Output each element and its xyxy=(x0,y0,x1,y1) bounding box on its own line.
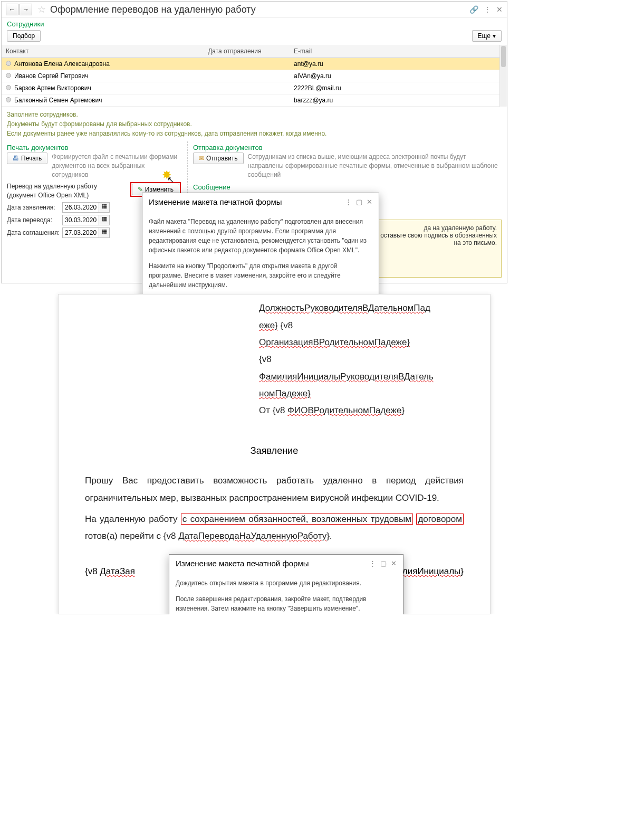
main-window: ← → ☆ Оформление переводов на удаленную … xyxy=(1,1,507,283)
send-heading: Отправка документов xyxy=(193,141,502,153)
page-title: Оформление переводов на удаленную работу xyxy=(50,4,469,15)
doc-header-block: ДолжностьРуководителяВДательномПад еже} … xyxy=(259,294,464,419)
cell-sent xyxy=(204,58,290,70)
nav-back-button[interactable]: ← xyxy=(6,4,18,15)
maximize-icon[interactable]: ▢ xyxy=(380,559,387,567)
status-dot-icon xyxy=(6,97,11,102)
employees-table: Контакт Дата отправления E-mail Антонова… xyxy=(2,45,507,107)
envelope-icon: ✉ xyxy=(199,155,204,162)
date-agree-label: Дата соглашения: xyxy=(7,229,62,236)
cell-sent xyxy=(204,70,290,82)
cell-name: Антонова Елена Александровна xyxy=(14,60,110,68)
employees-heading: Сотрудники xyxy=(2,18,507,29)
col-sent[interactable]: Дата отправления xyxy=(204,45,290,58)
employees-table-wrap: Контакт Дата отправления E-mail Антонова… xyxy=(2,45,507,107)
modal-text: Нажмите на кнопку "Продолжить" для откры… xyxy=(149,261,372,290)
doc-paragraph: Прошу Вас предоставить возможность работ… xyxy=(85,472,464,507)
cell-sent xyxy=(204,94,290,107)
favorite-star-icon[interactable]: ☆ xyxy=(37,4,46,15)
date-app-input[interactable] xyxy=(63,203,99,212)
send-hint: Сотрудникам из списка выше, имеющим адре… xyxy=(248,153,502,179)
date-app-label: Дата заявления: xyxy=(7,204,62,211)
col-contact[interactable]: Контакт xyxy=(2,45,204,58)
table-row[interactable]: Барзов Артем Викторович 2222BL@mail.ru xyxy=(2,82,507,94)
cell-name: Барзов Артем Викторович xyxy=(14,84,91,92)
edited-fragment: договором xyxy=(416,514,464,525)
hint-block: Заполните сотрудников. Документы будут с… xyxy=(2,107,507,141)
chevron-down-icon: ▾ xyxy=(493,32,496,40)
calendar-icon[interactable]: ▦ xyxy=(99,215,109,225)
cell-sent xyxy=(204,82,290,94)
modal-title: Изменение макета печатной формы xyxy=(176,559,365,568)
col-email[interactable]: E-mail xyxy=(290,45,507,58)
doc-title: Заявление xyxy=(85,445,464,457)
scrollbar[interactable] xyxy=(499,45,507,107)
date-trans-label: Дата перевода: xyxy=(7,216,62,224)
status-dot-icon xyxy=(6,85,11,90)
link-icon[interactable]: 🔗 xyxy=(469,5,478,14)
cell-email: aIVAn@ya.ru xyxy=(290,70,507,82)
send-button[interactable]: ✉Отправить xyxy=(193,153,244,164)
titlebar: ← → ☆ Оформление переводов на удаленную … xyxy=(2,2,507,18)
message-label: Сообщение xyxy=(193,181,502,192)
modal-text: Дождитесь открытия макета в программе дл… xyxy=(176,578,397,588)
date-trans-input[interactable] xyxy=(63,215,99,225)
edited-fragment: с сохранением обязанностей, возложенных … xyxy=(181,514,413,525)
print-hint: Формируется файл с печатными формами док… xyxy=(52,153,181,179)
table-row[interactable]: Балконный Семен Артемович barzzz@ya.ru xyxy=(2,94,507,107)
table-row[interactable]: Антонова Елена Александровна ant@ya.ru xyxy=(2,58,507,70)
doc-paragraph: На удаленную работу с сохранением обязан… xyxy=(85,511,464,545)
date-agree-input[interactable] xyxy=(63,228,99,237)
close-icon[interactable]: ✕ xyxy=(367,198,372,206)
print-doc-label: Перевод на удаленную работу (документ Of… xyxy=(7,182,126,200)
modal-text: Файл макета "Перевод на удаленную работу… xyxy=(149,217,372,255)
cell-email: 2222BL@mail.ru xyxy=(290,82,507,94)
modal-title: Изменение макета печатной формы xyxy=(149,197,341,206)
cell-name: Иванов Сергей Петрович xyxy=(14,72,88,80)
cell-name: Балконный Семен Артемович xyxy=(14,97,102,104)
calendar-icon[interactable]: ▦ xyxy=(99,203,109,212)
cell-email: barzzz@ya.ru xyxy=(290,94,507,107)
kebab-menu-icon[interactable]: ⋮ xyxy=(369,559,376,567)
table-row[interactable]: Иванов Сергей Петрович aIVAn@ya.ru xyxy=(2,70,507,82)
maximize-icon[interactable]: ▢ xyxy=(356,198,362,206)
more-button[interactable]: Еще ▾ xyxy=(472,30,502,42)
close-icon[interactable]: ✕ xyxy=(391,559,397,567)
status-dot-icon xyxy=(6,73,11,78)
print-button[interactable]: 🖶Печать xyxy=(7,153,47,164)
cell-email: ant@ya.ru xyxy=(290,58,507,70)
nav-forward-button[interactable]: → xyxy=(20,4,32,15)
kebab-menu-icon[interactable]: ⋮ xyxy=(345,198,352,206)
print-heading: Печать документов xyxy=(7,141,181,153)
modal-text: После завершения редактирования, закройт… xyxy=(176,594,397,613)
status-dot-icon xyxy=(6,61,11,66)
close-icon[interactable]: ✕ xyxy=(496,5,503,14)
calendar-icon[interactable]: ▦ xyxy=(99,228,109,237)
kebab-menu-icon[interactable]: ⋮ xyxy=(484,5,491,14)
printer-icon: 🖶 xyxy=(13,155,19,162)
select-employees-button[interactable]: Подбор xyxy=(7,30,41,42)
finish-edit-modal: Изменение макета печатной формы ⋮ ▢ ✕ До… xyxy=(169,554,403,614)
